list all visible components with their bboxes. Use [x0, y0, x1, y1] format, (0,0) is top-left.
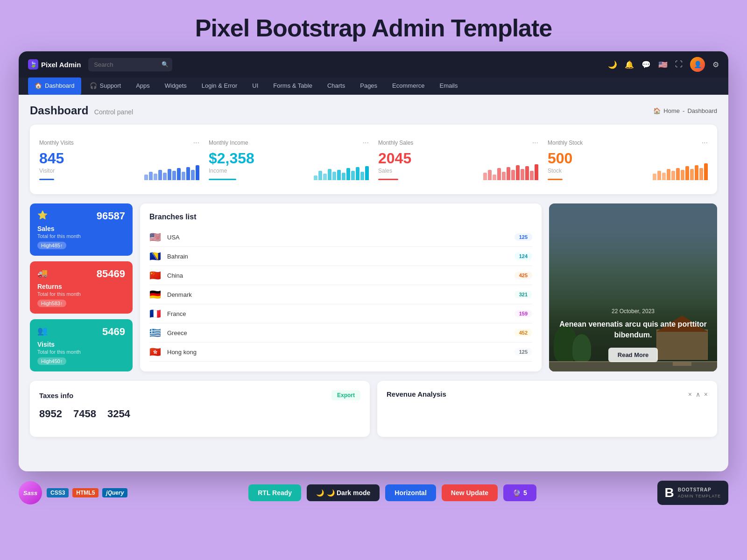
stat-chart-income — [314, 161, 369, 180]
branch-count-china: 425 — [514, 272, 532, 279]
chat-button[interactable]: 💬 — [641, 60, 651, 69]
mini-sub-visits: Total for this month — [37, 349, 125, 355]
breadcrumb-current: Dashboard — [687, 107, 717, 114]
dark-mode-toggle[interactable]: 🌙 — [608, 60, 617, 69]
stat-sub-stock: Stock — [548, 168, 572, 174]
revenue-close-btn[interactable]: × — [688, 391, 692, 398]
revenue-header: Revenue Analysis × ∧ × — [387, 390, 708, 398]
mini-badge-visits: High450↑ — [37, 357, 66, 365]
visits-icon: 👥 — [37, 326, 48, 336]
mini-badge-returns: High583↑ — [37, 300, 66, 307]
stat-label-stock: Monthly Stock — [548, 140, 583, 146]
branch-count-bahrain: 124 — [514, 252, 532, 260]
revenue-remove-btn[interactable]: × — [704, 391, 708, 398]
stat-label-visits: Monthly Visits — [39, 140, 74, 146]
stat-label-sales: Monthly Sales — [378, 140, 413, 146]
menu-item-ecommerce[interactable]: Ecommerce — [386, 77, 431, 95]
stat-sub-sales: Sales — [378, 168, 411, 174]
jquery-badge: jQuery — [102, 488, 127, 497]
mini-title-returns: Returns — [37, 283, 125, 290]
nav-icons: 🌙 🔔 💬 🇺🇸 ⛶ 👤 ⚙ — [608, 57, 719, 72]
mini-value-returns: 85469 — [97, 268, 125, 280]
flag-greece: 🇬🇷 — [149, 327, 162, 338]
mini-card-visits: 👥 5469 Visits Total for this month High4… — [30, 319, 133, 371]
dark-mode-button[interactable]: 🌙 🌙 Dark mode — [307, 484, 380, 501]
new-update-button[interactable]: New Update — [442, 484, 498, 501]
menu-item-apps[interactable]: Apps — [129, 77, 156, 95]
notifications-button[interactable]: 🔔 — [625, 60, 634, 69]
stat-card-income: Monthly Income ··· $2,358 Income — [209, 134, 369, 185]
flag-hongkong: 🇭🇰 — [149, 346, 162, 357]
taxes-card: Taxes info Export 8952 7458 3254 — [30, 381, 370, 437]
page-title-area: Pixel Bootstrap Admin Template — [0, 0, 747, 51]
image-content: 22 October, 2023 Aenean venenatis arcu q… — [549, 203, 717, 371]
stat-card-stock: Monthly Stock ··· 500 Stock — [548, 134, 708, 185]
dashboard-icon: 🏠 — [35, 82, 42, 89]
page-heading-wrap: Dashboard Control panel — [30, 104, 133, 117]
export-button[interactable]: Export — [331, 390, 360, 400]
breadcrumb: 🏠 Home - Dashboard — [653, 107, 717, 114]
avatar[interactable]: 👤 — [690, 57, 705, 72]
branch-count-denmark: 321 — [514, 291, 532, 298]
footer-right: B BOOTSTRAP ADMIN TEMPLATE — [657, 481, 728, 505]
menu-item-emails[interactable]: Emails — [433, 77, 464, 95]
revenue-card: Revenue Analysis × ∧ × — [377, 381, 717, 437]
footer-left: Sass CSS3 HTML5 jQuery — [19, 481, 127, 504]
stat-card-sales: Monthly Sales ··· 2045 Sales — [378, 134, 538, 185]
mini-sub-returns: Total for this month — [37, 291, 125, 297]
rtl-ready-button[interactable]: RTL Ready — [248, 484, 301, 501]
menu-item-charts[interactable]: Charts — [321, 77, 352, 95]
fullscreen-button[interactable]: ⛶ — [675, 60, 683, 69]
menu-item-ui[interactable]: UI — [246, 77, 265, 95]
branch-count-france: 159 — [514, 310, 532, 317]
revenue-actions: × ∧ × — [688, 391, 708, 398]
logo-icon: 🍃 — [28, 59, 38, 70]
menu-item-login-error[interactable]: Login & Error — [195, 77, 244, 95]
nav-logo[interactable]: 🍃 Pixel Admin — [28, 59, 81, 70]
stat-menu-income[interactable]: ··· — [363, 139, 369, 147]
footer-center: RTL Ready 🌙 🌙 Dark mode Horizontal New U… — [248, 484, 536, 501]
mini-value-sales: 96587 — [97, 210, 125, 222]
returns-icon: 🚚 — [37, 268, 48, 278]
mini-title-sales: Sales — [37, 225, 125, 232]
taxes-header: Taxes info Export — [39, 390, 360, 400]
branch-row-bahrain: 🇧🇦 Bahrain 124 — [149, 247, 532, 266]
read-more-button[interactable]: Read More — [608, 348, 658, 362]
middle-row: ⭐ 96587 Sales Total for this month High4… — [30, 203, 717, 371]
revenue-title: Revenue Analysis — [387, 390, 446, 398]
branch-name-hongkong: Hong kong — [167, 349, 510, 356]
stat-menu-visits[interactable]: ··· — [193, 139, 199, 147]
branch-row-usa: 🇺🇸 USA 125 — [149, 228, 532, 247]
count-button[interactable]: 🔮 5 — [503, 484, 536, 501]
branch-row-greece: 🇬🇷 Greece 452 — [149, 323, 532, 343]
menu-item-widgets[interactable]: Widgets — [158, 77, 193, 95]
branch-name-denmark: Denmark — [167, 291, 510, 298]
stat-value-stock: 500 — [548, 151, 572, 166]
stat-menu-sales[interactable]: ··· — [532, 139, 538, 147]
branch-count-usa: 125 — [514, 233, 532, 241]
gem-icon: 🔮 — [513, 489, 521, 497]
branch-name-china: China — [167, 272, 510, 279]
menu-item-pages[interactable]: Pages — [353, 77, 384, 95]
mini-value-visits: 5469 — [102, 326, 125, 338]
menu-item-forms-table[interactable]: Forms & Table — [267, 77, 319, 95]
horizontal-button[interactable]: Horizontal — [385, 484, 436, 501]
mini-card-returns: 🚚 85469 Returns Total for this month Hig… — [30, 261, 133, 314]
revenue-collapse-btn[interactable]: ∧ — [696, 391, 700, 398]
bottom-row: Taxes info Export 8952 7458 3254 Revenue… — [30, 381, 717, 437]
settings-button[interactable]: ⚙ — [712, 60, 719, 69]
taxes-values: 8952 7458 3254 — [39, 408, 360, 420]
stat-menu-stock[interactable]: ··· — [702, 139, 708, 147]
menu-item-dashboard[interactable]: 🏠 Dashboard — [28, 77, 81, 95]
mini-title-visits: Visits — [37, 341, 125, 348]
menu-item-support[interactable]: 🎧 Support — [83, 77, 128, 95]
language-flag[interactable]: 🇺🇸 — [658, 60, 668, 69]
branches-card: Branches list 🇺🇸 USA 125 🇧🇦 Bahrain 124 … — [140, 203, 542, 371]
flag-france: 🇫🇷 — [149, 308, 162, 319]
mini-sub-sales: Total for this month — [37, 233, 125, 239]
search-input[interactable] — [88, 58, 172, 71]
stat-chart-visits — [144, 161, 199, 180]
image-text: Aenean venenatis arcu quis ante porttito… — [558, 319, 708, 340]
stat-sub-visits: Visitor — [39, 168, 64, 174]
branch-name-bahrain: Bahrain — [167, 253, 510, 260]
